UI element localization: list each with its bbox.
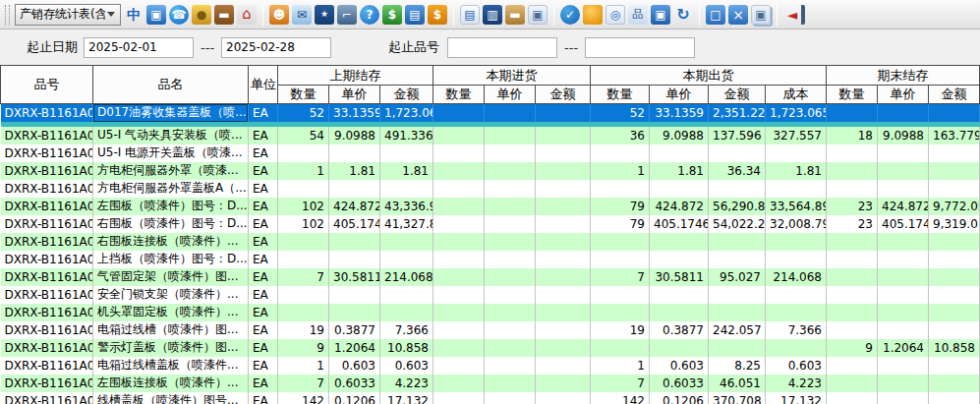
table-row[interactable]: DXRX-B1161A0...右围板（喷漆件）图号：D...EA102405.1… [1,215,980,233]
cell-value[interactable] [827,162,878,180]
cart-icon[interactable]: ▤ [405,5,425,25]
cell-value[interactable]: 23 [827,198,878,215]
cell-value[interactable] [878,162,929,180]
cell-value[interactable]: 0.3877 [329,321,380,339]
table-row[interactable]: DXRX-B1161A0...U5-I 气动夹具安装板（喷...EA549.09… [1,127,980,144]
cell-value[interactable]: 1.2064 [878,339,929,357]
cell-value[interactable] [433,304,485,321]
cell-value[interactable] [591,180,650,198]
cell-value[interactable] [433,251,485,268]
cell-value[interactable] [278,233,329,251]
cell-unit[interactable]: EA [249,215,278,233]
cell-value[interactable]: 52 [278,104,329,122]
cell-value[interactable]: 2,351.228 [709,104,766,122]
cell-value[interactable]: 7.366 [380,321,433,339]
cell-value[interactable] [380,251,433,268]
cell-value[interactable] [485,233,536,251]
cell-value[interactable] [433,215,485,233]
cell-value[interactable] [929,375,980,392]
cell-value[interactable] [929,233,980,251]
group-header-period-in[interactable]: 本期进货 [433,66,591,86]
cell-unit[interactable]: EA [249,144,278,162]
cell-value[interactable]: 214.068 [380,268,433,286]
cell-value[interactable] [433,127,485,144]
table-row[interactable]: DXRX-B1161A0...电箱过线槽（喷漆件）图...EA190.38777… [1,321,980,339]
group-header-period-out[interactable]: 本期出货 [591,66,827,86]
cell-value[interactable] [766,304,827,321]
cell-unit[interactable]: EA [249,233,278,251]
cell-value[interactable] [650,251,709,268]
cell-value[interactable] [878,104,929,122]
cell-value[interactable]: 405.1746 [650,215,709,233]
cell-unit[interactable]: EA [249,104,278,122]
table-row[interactable]: DXRX-B1161A0...右围板连接板（喷漆件）...EA [1,233,980,251]
cell-value[interactable]: 4.223 [766,375,827,392]
cell-value[interactable] [591,233,650,251]
cell-value[interactable]: 4.223 [380,375,433,392]
cell-value[interactable]: 327.557 [766,127,827,144]
notebook-icon[interactable]: ★ [315,5,334,25]
table-row[interactable]: DXRX-B1161A0...D017油雾收集器盖板（喷...EA5233.13… [1,104,980,122]
cell-value[interactable] [433,144,485,162]
cell-value[interactable]: 7 [278,375,329,392]
cell-value[interactable] [929,268,980,286]
cell-value[interactable]: 370.708 [709,392,766,404]
cell-item-name[interactable]: 线槽盖板（喷漆件）图号... [93,392,249,404]
toolbar-grip[interactable] [5,5,10,25]
cell-item-name[interactable]: 机头罩固定板（喷漆件）... [93,304,249,321]
cell-value[interactable] [433,375,485,392]
cell-item-code[interactable]: DXRX-B1161A0... [1,215,93,233]
cell-value[interactable] [827,251,878,268]
mail-icon[interactable]: ✉ [292,5,312,25]
cell-item-code[interactable]: DXRX-B1161A0... [1,162,93,180]
cell-value[interactable] [650,304,709,321]
cell-value[interactable]: 46.051 [709,375,766,392]
cell-value[interactable] [591,339,650,357]
cell-item-code[interactable]: DXRX-B1161A0... [1,104,93,122]
cell-value[interactable] [827,375,878,392]
cell-value[interactable]: 1.81 [329,162,380,180]
table-row[interactable]: DXRX-B1161A0...左围板连接板（喷漆件）...EA70.60334.… [1,375,980,392]
cell-value[interactable]: 0.6033 [650,375,709,392]
cell-value[interactable]: 32,008.797 [766,215,827,233]
cell-value[interactable] [433,233,485,251]
table-row[interactable]: DXRX-B1161A0...机头罩固定板（喷漆件）...EA [1,304,980,321]
cell-value[interactable]: 142 [591,392,650,404]
cell-value[interactable]: 33.1359 [650,104,709,122]
cell-value[interactable] [878,268,929,286]
home-icon[interactable]: ⌂ [237,5,257,25]
cell-value[interactable]: 79 [591,198,650,215]
cell-value[interactable] [380,233,433,251]
cell-value[interactable]: 9,319.017 [929,215,980,233]
cell-value[interactable] [485,215,536,233]
cell-value[interactable] [827,104,878,122]
cell-value[interactable] [766,233,827,251]
search-document-icon[interactable]: ◎ [605,5,625,25]
cell-value[interactable] [485,144,536,162]
cell-value[interactable] [485,268,536,286]
cell-value[interactable]: 7.366 [766,321,827,339]
cell-value[interactable] [878,144,929,162]
cell-value[interactable]: 7 [278,268,329,286]
cell-item-name[interactable]: 安全门锁支架（喷漆件）... [93,286,249,304]
cell-item-code[interactable]: DXRX-B1161A0... [1,127,93,144]
cell-value[interactable]: 137.596 [709,127,766,144]
cell-value[interactable] [827,233,878,251]
cell-item-code[interactable]: DXRX-B1161A0... [1,286,93,304]
cell-value[interactable] [536,215,591,233]
cell-value[interactable] [536,286,591,304]
col-header-amount[interactable]: 金额 [536,86,591,104]
cell-value[interactable] [709,304,766,321]
cell-value[interactable] [536,392,591,404]
cell-value[interactable]: 1 [278,357,329,375]
cell-value[interactable] [329,180,380,198]
cell-value[interactable] [278,304,329,321]
briefcase-icon[interactable]: ▬ [214,5,234,25]
cell-value[interactable] [878,392,929,404]
cell-value[interactable] [485,251,536,268]
cell-value[interactable] [536,268,591,286]
cell-value[interactable] [380,286,433,304]
cell-value[interactable] [929,286,980,304]
cell-item-name[interactable]: 电箱过线槽盖板（喷漆件... [93,357,249,375]
cell-item-name[interactable]: 气管固定架（喷漆件）图... [93,268,249,286]
